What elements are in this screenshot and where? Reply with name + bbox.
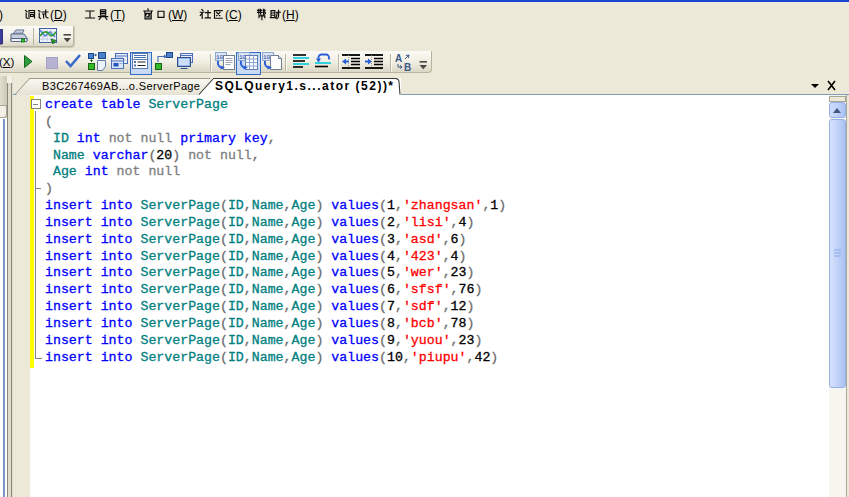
svg-text:A: A: [395, 53, 402, 64]
svg-text:B: B: [404, 62, 411, 72]
